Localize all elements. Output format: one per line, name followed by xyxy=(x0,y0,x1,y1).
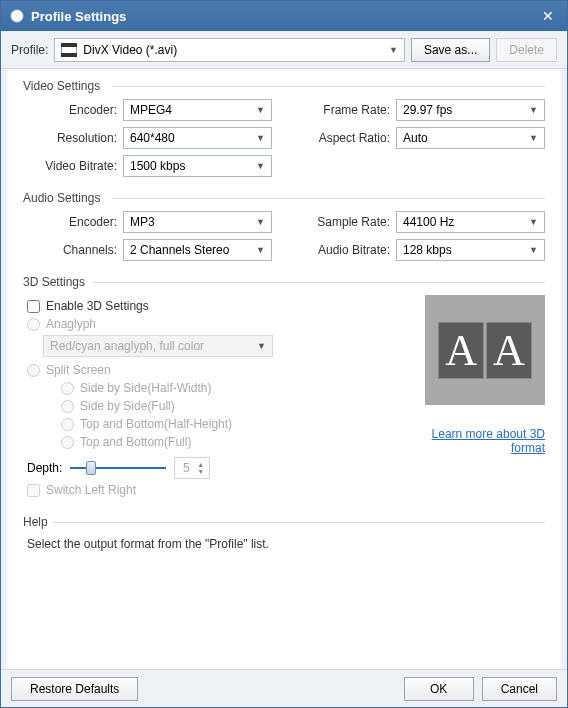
chevron-down-icon: ▼ xyxy=(256,133,265,143)
chevron-down-icon: ▼ xyxy=(529,133,538,143)
spinner-down-icon: ▼ xyxy=(197,468,209,475)
video-settings-group: Video Settings Encoder: MPEG4▼ Frame Rat… xyxy=(23,79,545,177)
chevron-down-icon: ▼ xyxy=(256,217,265,227)
video-encoder-dropdown[interactable]: MPEG4▼ xyxy=(123,99,272,121)
help-group: Help Select the output format from the "… xyxy=(23,515,545,551)
split-screen-radio: Split Screen xyxy=(27,363,409,377)
video-bitrate-dropdown[interactable]: 1500 kbps▼ xyxy=(123,155,272,177)
titlebar: Profile Settings ✕ xyxy=(1,1,567,31)
chevron-down-icon: ▼ xyxy=(389,45,398,55)
profile-label: Profile: xyxy=(11,43,48,57)
samplerate-dropdown[interactable]: 44100 Hz▼ xyxy=(396,211,545,233)
chevron-down-icon: ▼ xyxy=(529,245,538,255)
resolution-dropdown[interactable]: 640*480▼ xyxy=(123,127,272,149)
preview-b: A xyxy=(486,322,532,379)
help-text: Select the output format from the "Profi… xyxy=(27,537,545,551)
sbs-half-radio: Side by Side(Half-Width) xyxy=(61,381,409,395)
resolution-label: Resolution: xyxy=(23,131,123,145)
enable-3d-checkbox[interactable]: Enable 3D Settings xyxy=(27,299,409,313)
profile-dropdown[interactable]: DivX Video (*.avi) ▼ xyxy=(54,38,405,62)
video-bitrate-label: Video Bitrate: xyxy=(23,159,123,173)
depth-slider[interactable] xyxy=(70,467,166,469)
aspect-dropdown[interactable]: Auto▼ xyxy=(396,127,545,149)
channels-dropdown[interactable]: 2 Channels Stereo▼ xyxy=(123,239,272,261)
framerate-label: Frame Rate: xyxy=(296,103,396,117)
delete-button: Delete xyxy=(496,38,557,62)
chevron-down-icon: ▼ xyxy=(257,341,266,351)
tb-full-radio: Top and Bottom(Full) xyxy=(61,435,409,449)
aspect-label: Aspect Ratio: xyxy=(296,131,396,145)
divx-icon xyxy=(61,43,77,57)
help-group-title: Help xyxy=(23,515,545,529)
channels-label: Channels: xyxy=(23,243,123,257)
title: Profile Settings xyxy=(31,9,537,24)
learn-more-link[interactable]: Learn more about 3D format xyxy=(425,427,545,455)
video-group-title: Video Settings xyxy=(23,79,545,93)
svg-point-0 xyxy=(11,10,23,22)
slider-thumb[interactable] xyxy=(86,461,96,475)
chevron-down-icon: ▼ xyxy=(529,217,538,227)
3d-preview: AA xyxy=(425,295,545,405)
anaglyph-radio: Anaglyph xyxy=(27,317,409,331)
preview-a: A xyxy=(438,322,484,379)
framerate-dropdown[interactable]: 29.97 fps▼ xyxy=(396,99,545,121)
content: Video Settings Encoder: MPEG4▼ Frame Rat… xyxy=(1,69,567,669)
chevron-down-icon: ▼ xyxy=(256,245,265,255)
audio-encoder-label: Encoder: xyxy=(23,215,123,229)
switch-lr-checkbox: Switch Left Right xyxy=(27,483,409,497)
depth-spinner: 5 ▲▼ xyxy=(174,457,210,479)
spinner-up-icon: ▲ xyxy=(197,461,209,468)
audio-settings-group: Audio Settings Encoder: MP3▼ Sample Rate… xyxy=(23,191,545,261)
app-icon xyxy=(9,8,25,24)
restore-defaults-button[interactable]: Restore Defaults xyxy=(11,677,138,701)
chevron-down-icon: ▼ xyxy=(529,105,538,115)
3d-group-title: 3D Settings xyxy=(23,275,545,289)
audio-bitrate-label: Audio Bitrate: xyxy=(296,243,396,257)
cancel-button[interactable]: Cancel xyxy=(482,677,557,701)
close-icon[interactable]: ✕ xyxy=(537,8,559,24)
encoder-label: Encoder: xyxy=(23,103,123,117)
3d-settings-group: 3D Settings Enable 3D Settings Anaglyph … xyxy=(23,275,545,501)
chevron-down-icon: ▼ xyxy=(256,105,265,115)
save-as-button[interactable]: Save as... xyxy=(411,38,490,62)
ok-button[interactable]: OK xyxy=(404,677,474,701)
chevron-down-icon: ▼ xyxy=(256,161,265,171)
samplerate-label: Sample Rate: xyxy=(296,215,396,229)
anaglyph-mode-dropdown: Red/cyan anaglyph, full color▼ xyxy=(43,335,273,357)
audio-encoder-dropdown[interactable]: MP3▼ xyxy=(123,211,272,233)
profile-value: DivX Video (*.avi) xyxy=(83,43,389,57)
svg-rect-2 xyxy=(61,43,77,47)
depth-label: Depth: xyxy=(27,461,62,475)
audio-bitrate-dropdown[interactable]: 128 kbps▼ xyxy=(396,239,545,261)
svg-rect-3 xyxy=(61,53,77,57)
sbs-full-radio: Side by Side(Full) xyxy=(61,399,409,413)
tb-half-radio: Top and Bottom(Half-Height) xyxy=(61,417,409,431)
footer: Restore Defaults OK Cancel xyxy=(1,669,567,707)
settings-dialog: Profile Settings ✕ Profile: DivX Video (… xyxy=(0,0,568,708)
audio-group-title: Audio Settings xyxy=(23,191,545,205)
toolbar: Profile: DivX Video (*.avi) ▼ Save as...… xyxy=(1,31,567,69)
